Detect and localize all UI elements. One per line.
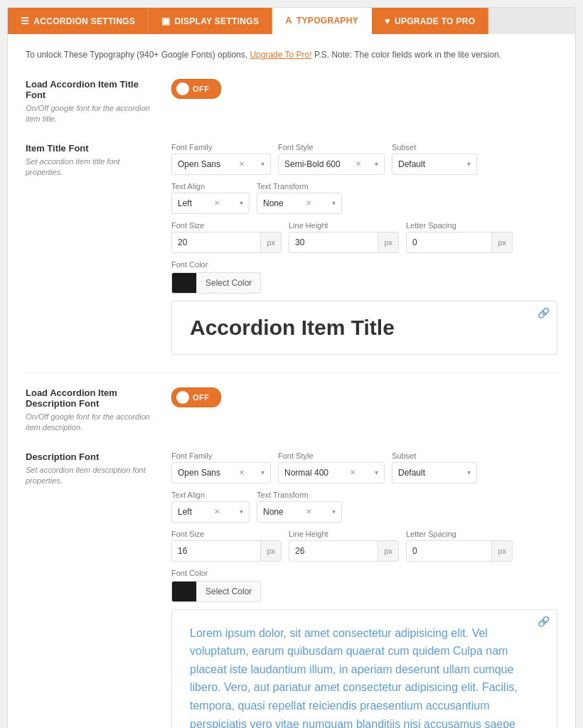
title-font-style-clear[interactable]: ✕ xyxy=(355,160,361,168)
item-title-font-label-col: Item Title Font Set accordion item title… xyxy=(26,143,157,355)
desc-font-style-clear[interactable]: ✕ xyxy=(350,469,355,476)
tab-display-settings[interactable]: ▣ Display Settings xyxy=(149,8,272,34)
desc-font-controls: Font Family Open Sans ✕ ▾ Font Style Nor… xyxy=(171,451,557,728)
desc-subset-label: Subset xyxy=(392,451,477,460)
desc-text-transform-field: Text Transform None ✕ ▾ xyxy=(257,491,342,523)
desc-font-family-clear[interactable]: ✕ xyxy=(239,469,245,476)
desc-line-height-input-wrapper: px xyxy=(289,540,399,562)
desc-font-section: Description Font Set accordion item desc… xyxy=(26,451,557,728)
title-preview-text: Accordion Item Title xyxy=(190,316,539,340)
title-line-height-label: Line Height xyxy=(289,221,399,230)
load-title-toggle[interactable]: OFF xyxy=(171,79,557,99)
title-font-size-input[interactable] xyxy=(172,234,260,251)
title-font-family-select[interactable]: Open Sans ✕ ▾ xyxy=(171,154,271,175)
desc-toggle-off-btn[interactable]: OFF xyxy=(171,387,221,407)
info-text-before: To unlock These Typography (940+ Google … xyxy=(26,50,250,60)
tab-typography-label: Typography xyxy=(296,16,358,26)
desc-font-label-col: Description Font Set accordion item desc… xyxy=(26,451,157,728)
title-text-align-field: Text Align Left ✕ ▾ xyxy=(171,182,250,214)
title-font-family-label: Font Family xyxy=(171,143,271,151)
title-text-align-select[interactable]: Left ✕ ▾ xyxy=(171,193,250,214)
title-letter-spacing-input-wrapper: px xyxy=(406,232,513,253)
title-font-size-label: Font Size xyxy=(171,221,282,230)
title-text-align-value: Left xyxy=(178,198,192,208)
title-font-size-input-wrapper: px xyxy=(171,232,282,253)
title-font-style-select[interactable]: Semi-Bold 600 ✕ ▾ xyxy=(278,154,385,175)
desc-subset-select[interactable]: Default ▾ xyxy=(392,462,477,483)
main-container: ☰ Accordion Settings ▣ Display Settings … xyxy=(7,7,576,728)
title-font-family-clear[interactable]: ✕ xyxy=(239,160,245,168)
desc-color-swatch[interactable] xyxy=(171,581,196,602)
title-line-height-input-wrapper: px xyxy=(289,232,399,253)
info-text: To unlock These Typography (940+ Google … xyxy=(26,48,557,61)
desc-line-height-input[interactable] xyxy=(289,542,378,560)
toggle-off-label: OFF xyxy=(193,85,210,93)
tab-display-settings-label: Display Settings xyxy=(174,16,259,26)
title-subset-select[interactable]: Default ▾ xyxy=(392,154,477,175)
desc-text-align-clear[interactable]: ✕ xyxy=(214,508,220,515)
desc-font-family-value: Open Sans xyxy=(178,468,220,478)
title-text-transform-field: Text Transform None ✕ ▾ xyxy=(257,182,342,214)
tab-upgrade-pro[interactable]: ♥ Upgrade To Pro xyxy=(372,8,488,34)
load-desc-font-label-col: Load Accordion Item Description Font On/… xyxy=(26,387,157,434)
desc-text-align-value: Left xyxy=(178,507,192,517)
title-text-transform-clear[interactable]: ✕ xyxy=(306,199,311,207)
upgrade-link[interactable]: Upgrade To Pro! xyxy=(250,50,311,60)
desc-font-family-arrow: ▾ xyxy=(261,469,264,476)
desc-letter-spacing-input-wrapper: px xyxy=(406,540,513,562)
desc-font-style-value: Normal 400 xyxy=(284,468,328,478)
title-letter-spacing-input[interactable] xyxy=(407,234,491,251)
tab-accordion-settings[interactable]: ☰ Accordion Settings xyxy=(8,8,149,34)
desc-letter-spacing-input[interactable] xyxy=(407,542,491,560)
desc-font-family-label: Font Family xyxy=(171,451,271,460)
tab-typography[interactable]: A Typography xyxy=(272,8,372,34)
accordion-settings-icon: ☰ xyxy=(21,16,29,26)
title-font-color-label: Font Color xyxy=(171,260,557,269)
desc-letter-spacing-unit: px xyxy=(491,541,512,561)
desc-font-size-input[interactable] xyxy=(172,542,260,560)
desc-toggle-circle xyxy=(176,391,189,404)
title-text-align-label: Text Align xyxy=(171,182,250,191)
desc-select-color-button[interactable]: Select Color xyxy=(196,581,261,602)
title-color-swatch[interactable] xyxy=(171,272,196,294)
desc-line-height-label: Line Height xyxy=(289,530,399,538)
title-text-transform-select[interactable]: None ✕ ▾ xyxy=(257,193,342,214)
load-title-font-desc: On/Off google font for the accordion ite… xyxy=(26,103,157,125)
title-font-family-field: Font Family Open Sans ✕ ▾ xyxy=(171,143,271,175)
upgrade-icon: ♥ xyxy=(385,16,390,26)
title-font-style-value: Semi-Bold 600 xyxy=(284,159,341,169)
desc-text-transform-clear[interactable]: ✕ xyxy=(306,508,311,515)
desc-font-size-input-wrapper: px xyxy=(171,540,282,562)
item-title-font-heading: Item Title Font xyxy=(26,143,157,154)
desc-preview-text: Lorem ipsum dolor, sit amet consectetur … xyxy=(190,624,539,728)
tab-upgrade-pro-label: Upgrade To Pro xyxy=(395,16,475,26)
title-font-family-arrow: ▾ xyxy=(261,160,264,168)
desc-font-family-select[interactable]: Open Sans ✕ ▾ xyxy=(171,462,271,483)
load-desc-toggle[interactable]: OFF xyxy=(171,387,557,407)
desc-text-align-select[interactable]: Left ✕ ▾ xyxy=(171,501,250,523)
desc-preview-box: 🔗 Lorem ipsum dolor, sit amet consectetu… xyxy=(171,609,557,728)
content-area: To unlock These Typography (940+ Google … xyxy=(8,34,575,728)
toggle-off-btn[interactable]: OFF xyxy=(171,79,221,99)
item-title-font-section: Item Title Font Set accordion item title… xyxy=(26,143,557,355)
desc-text-transform-select[interactable]: None ✕ ▾ xyxy=(257,501,342,523)
title-select-color-button[interactable]: Select Color xyxy=(196,272,261,294)
title-text-align-clear[interactable]: ✕ xyxy=(214,199,220,207)
title-letter-spacing-field: Letter Spacing px xyxy=(406,221,513,253)
item-title-font-desc: Set accordion item title font properties… xyxy=(26,156,157,178)
desc-font-style-select[interactable]: Normal 400 ✕ ▾ xyxy=(278,462,385,483)
desc-text-align-arrow: ▾ xyxy=(240,508,243,515)
section-divider-1 xyxy=(26,373,557,373)
desc-text-transform-arrow: ▾ xyxy=(332,508,336,515)
display-settings-icon: ▣ xyxy=(161,16,170,26)
title-line-height-input[interactable] xyxy=(289,234,378,251)
desc-text-align-field: Text Align Left ✕ ▾ xyxy=(171,491,250,523)
title-text-transform-label: Text Transform xyxy=(257,182,342,191)
desc-font-style-arrow: ▾ xyxy=(375,469,378,476)
title-line-height-unit: px xyxy=(378,232,398,252)
desc-color-picker-row: Select Color xyxy=(171,581,557,602)
title-subset-label: Subset xyxy=(392,143,477,151)
load-desc-font-control: OFF xyxy=(171,387,557,434)
typography-icon: A xyxy=(285,15,292,26)
title-font-color-row: Font Color Select Color xyxy=(171,260,557,294)
